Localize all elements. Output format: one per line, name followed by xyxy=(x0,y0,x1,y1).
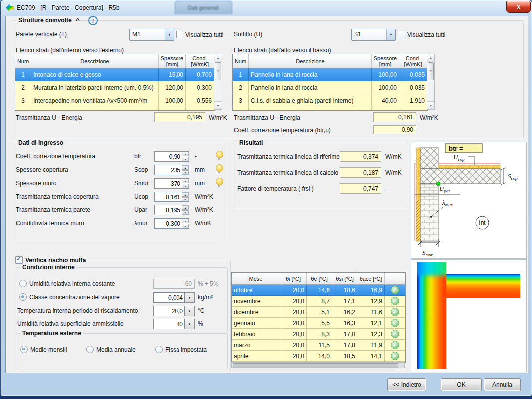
hscrollbar-thumb[interactable] xyxy=(233,363,398,368)
spin-up-icon[interactable]: ▲ xyxy=(182,179,189,183)
ceiling-label: Soffitto (U) xyxy=(234,31,262,38)
spin-down-icon[interactable]: ▼ xyxy=(182,170,189,175)
scroll-down-icon[interactable]: ▼ xyxy=(214,101,222,109)
visualizza-tutti-wall-label[interactable]: Visualizza tutti xyxy=(185,31,223,38)
internal-temp-combo[interactable]: 20,0 ▼ xyxy=(153,306,195,316)
table-row[interactable]: 3 C.l.s. di sabbia e ghiaia (pareti inte… xyxy=(233,94,427,107)
scroll-up-icon[interactable]: ▲ xyxy=(214,54,222,62)
screen: Dati generali EC709 - [R - Parete - Cope… xyxy=(0,0,532,399)
chevron-down-icon[interactable]: ▼ xyxy=(185,319,195,329)
month-row[interactable]: aprile 20,0 14,0 18,5 14,1 ✓ xyxy=(232,351,405,362)
cancel-button[interactable]: Annulla xyxy=(484,378,521,391)
rh-constant-radio[interactable] xyxy=(19,280,27,287)
annual-mean-radio[interactable] xyxy=(86,346,94,353)
chevron-down-icon[interactable]: ▼ xyxy=(185,292,195,303)
spin-up-icon[interactable]: ▲ xyxy=(182,205,189,210)
result-ref-unit: W/mK xyxy=(385,153,402,160)
scroll-down-icon[interactable]: ▼ xyxy=(427,101,434,109)
spin-up-icon[interactable]: ▲ xyxy=(182,165,189,170)
dialog-window: Dati generali EC709 - [R - Parete - Cope… xyxy=(0,0,532,396)
spin-up-icon[interactable]: ▲ xyxy=(182,192,189,197)
month-row[interactable]: novembre 20,0 8,7 17,1 12,9 ✓ xyxy=(232,296,405,307)
vapor-class-radio[interactable] xyxy=(19,293,27,301)
fixed-set-radio[interactable] xyxy=(155,346,163,353)
check-ok-icon: ✓ xyxy=(391,297,399,305)
check-ok-icon: ✓ xyxy=(391,308,399,316)
upar-unit: W/m²K xyxy=(195,206,213,213)
months-table: Mese θi [°C] θe [°C] θsi [°C] θacc [°C] … xyxy=(231,272,406,363)
fixed-set-label[interactable]: Fissa impostata xyxy=(165,346,207,353)
ucop-spinner[interactable]: ▲ ▼ xyxy=(182,192,189,201)
thermal-map-svg xyxy=(411,260,525,371)
rh-constant-label[interactable]: Umidità relativa interna costante xyxy=(29,280,115,287)
rh-surface-combo[interactable]: 80 ▼ xyxy=(153,319,195,329)
spin-up-icon[interactable]: ▲ xyxy=(182,219,189,223)
months-hscrollbar[interactable] xyxy=(231,362,405,368)
table-row[interactable]: 3 Intercapedine non ventilata Av<500 mm²… xyxy=(15,94,214,107)
visualizza-tutti-wall-checkbox[interactable] xyxy=(176,31,183,38)
collapse-button[interactable]: ^ xyxy=(76,16,80,24)
annual-mean-label[interactable]: Media annuale xyxy=(96,346,136,353)
spin-down-icon[interactable]: ▼ xyxy=(182,210,189,215)
ceiling-u-label: Trasmittanza U - Energia xyxy=(234,114,300,121)
month-row[interactable]: dicembre 20,0 5,1 16,2 11,6 ✓ xyxy=(232,307,405,318)
detail-diagram-svg: btr = Ucop Scop Upar λmur Int Smur xyxy=(411,142,525,257)
spin-down-icon[interactable]: ▼ xyxy=(182,224,189,228)
rh-surface-value: 80 xyxy=(153,319,185,329)
month-row[interactable]: ottobre 20,0 14,6 18,6 16,9 ✓ xyxy=(232,285,405,296)
scrollbar-thumb[interactable]: ≡ xyxy=(215,62,221,80)
info-icon[interactable]: i xyxy=(88,16,98,25)
wall-combo[interactable]: M1 ▼ xyxy=(129,29,174,41)
scrollbar-thumb[interactable]: ≡ xyxy=(428,62,434,80)
col-num: Num xyxy=(15,54,31,68)
mold-checkbox[interactable]: ✓ xyxy=(15,256,23,264)
vapor-class-combo[interactable]: 0,004 ▼ xyxy=(153,292,195,303)
close-button[interactable]: x xyxy=(506,1,531,13)
visualizza-tutti-ceiling-checkbox[interactable] xyxy=(398,31,405,38)
titlebar[interactable]: Dati generali EC709 - [R - Parete - Cope… xyxy=(1,0,532,15)
btr-spinner[interactable]: ▲ ▼ xyxy=(182,152,189,161)
table-row[interactable]: 1 Intonaco di calce e gesso 15,00 0,700 xyxy=(15,68,214,81)
ceiling-combo-value: S1 xyxy=(352,29,386,40)
check-ok-icon: ✓ xyxy=(391,341,399,349)
mold-group-title: Verifica rischio muffa xyxy=(25,257,86,264)
monthly-means-label[interactable]: Medie mensili xyxy=(30,346,67,353)
btru-label: Coeff. correzione temperatura (btr,u) xyxy=(234,127,331,134)
wall-combo-dropdown[interactable]: ▼ xyxy=(165,29,174,40)
vapor-class-label[interactable]: Classe concentrazione del vapore xyxy=(29,294,120,301)
table-row[interactable]: 2 Muratura in laterizio pareti interne (… xyxy=(15,81,214,94)
visualizza-tutti-ceiling-label[interactable]: Visualizza tutti xyxy=(407,31,445,38)
smur-spinner[interactable]: ▲ ▼ xyxy=(182,179,189,188)
lambda-mur-spinner[interactable]: ▲ ▼ xyxy=(182,219,189,228)
chevron-down-icon[interactable]: ▼ xyxy=(185,306,195,316)
result-ref-value: 0,374 xyxy=(340,151,381,162)
table-row[interactable]: 1 Pannello in lana di roccia 100,00 0,03… xyxy=(233,68,427,81)
wall-layers-table: Num Descrizione Spessore [mm] Cond. [W/m… xyxy=(15,54,215,111)
mold-group: ✓ Verifica rischio muffa Condizioni inte… xyxy=(12,260,231,372)
month-row[interactable]: febbraio 20,0 8,3 17,0 12,3 ✓ xyxy=(232,329,405,340)
hint-bulb-icon xyxy=(216,164,223,172)
scop-spinner[interactable]: ▲ ▼ xyxy=(182,165,189,175)
table-row[interactable]: 2 Pannello in lana di roccia 100,00 0,03… xyxy=(233,81,427,94)
internal-temp-unit: °C xyxy=(198,307,204,314)
results-group-title: Risultati xyxy=(237,139,265,146)
smur-symbol: Smur xyxy=(134,180,149,187)
inputs-group-title: Dati di ingresso xyxy=(16,139,65,146)
monthly-means-radio[interactable] xyxy=(20,346,28,353)
ceiling-combo[interactable]: S1 ▼ xyxy=(351,29,396,41)
wall-table-scrollbar[interactable]: ▲ ≡ ▼ xyxy=(214,54,222,110)
spin-up-icon[interactable]: ▲ xyxy=(182,152,189,156)
ok-button[interactable]: OK xyxy=(441,378,482,391)
spin-down-icon[interactable]: ▼ xyxy=(182,197,189,201)
ceiling-table-scrollbar[interactable]: ▲ ≡ ▼ xyxy=(427,54,435,110)
spin-down-icon[interactable]: ▼ xyxy=(182,157,189,161)
scroll-up-icon[interactable]: ▲ xyxy=(427,54,434,62)
back-button[interactable]: << Indietro xyxy=(387,378,426,391)
month-row[interactable]: marzo 20,0 11,5 17,8 11,9 ✓ xyxy=(232,340,405,351)
lambda-mur-field: ▲ ▼ xyxy=(154,218,189,229)
month-row[interactable]: gennaio 20,0 5,5 16,3 12,1 ✓ xyxy=(232,318,405,329)
ceiling-combo-dropdown[interactable]: ▼ xyxy=(386,29,395,40)
spin-down-icon[interactable]: ▼ xyxy=(182,184,189,188)
upar-spinner[interactable]: ▲ ▼ xyxy=(182,205,189,215)
thermal-map xyxy=(411,259,527,372)
